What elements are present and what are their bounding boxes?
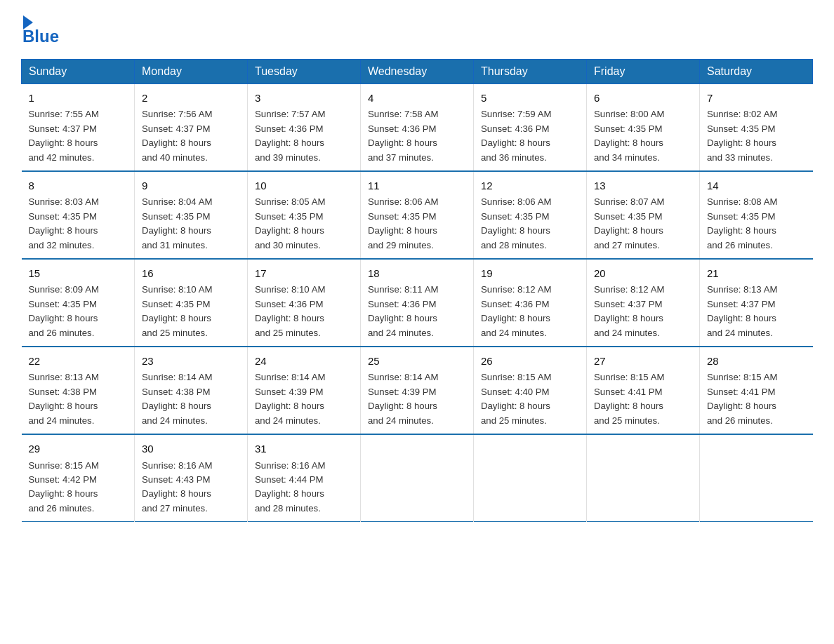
day-number: 2 [142, 90, 240, 106]
calendar-cell: 16Sunrise: 8:10 AM Sunset: 4:35 PM Dayli… [135, 259, 248, 347]
day-number: 11 [368, 177, 466, 194]
calendar-cell: 18Sunrise: 8:11 AM Sunset: 4:36 PM Dayli… [361, 259, 474, 347]
day-number: 18 [368, 265, 466, 281]
weekday-header: Friday [587, 60, 700, 84]
day-info: Sunrise: 7:57 AM Sunset: 4:36 PM Dayligh… [255, 107, 353, 165]
day-info: Sunrise: 8:00 AM Sunset: 4:35 PM Dayligh… [594, 107, 692, 165]
day-info: Sunrise: 8:07 AM Sunset: 4:35 PM Dayligh… [594, 195, 692, 253]
day-number: 6 [594, 90, 692, 106]
day-number: 28 [707, 353, 806, 369]
day-info: Sunrise: 8:15 AM Sunset: 4:41 PM Dayligh… [707, 370, 806, 428]
day-number: 7 [707, 90, 806, 106]
day-number: 16 [142, 265, 240, 281]
calendar-cell: 4Sunrise: 7:58 AM Sunset: 4:36 PM Daylig… [361, 84, 474, 172]
day-info: Sunrise: 8:05 AM Sunset: 4:35 PM Dayligh… [255, 195, 353, 253]
logo-bottom-text: Blue [22, 27, 59, 46]
calendar-cell: 30Sunrise: 8:16 AM Sunset: 4:43 PM Dayli… [135, 434, 248, 522]
day-number: 26 [481, 353, 579, 369]
day-info: Sunrise: 7:58 AM Sunset: 4:36 PM Dayligh… [368, 107, 466, 165]
day-number: 8 [29, 177, 128, 194]
day-number: 30 [142, 441, 240, 457]
calendar-week-row: 29Sunrise: 8:15 AM Sunset: 4:42 PM Dayli… [22, 434, 813, 522]
day-number: 19 [481, 265, 579, 281]
day-info: Sunrise: 8:13 AM Sunset: 4:37 PM Dayligh… [707, 283, 806, 340]
day-number: 20 [594, 265, 692, 281]
calendar-cell: 12Sunrise: 8:06 AM Sunset: 4:35 PM Dayli… [474, 171, 587, 259]
day-number: 14 [707, 177, 806, 194]
calendar-cell: 13Sunrise: 8:07 AM Sunset: 4:35 PM Dayli… [587, 171, 700, 259]
page-header: Blue [21, 14, 813, 46]
logo: Blue [21, 14, 59, 46]
calendar-cell: 28Sunrise: 8:15 AM Sunset: 4:41 PM Dayli… [700, 347, 813, 434]
day-number: 9 [142, 177, 240, 194]
day-info: Sunrise: 8:12 AM Sunset: 4:37 PM Dayligh… [594, 283, 692, 340]
calendar-cell: 5Sunrise: 7:59 AM Sunset: 4:36 PM Daylig… [474, 84, 587, 172]
day-info: Sunrise: 8:08 AM Sunset: 4:35 PM Dayligh… [707, 195, 806, 253]
day-number: 25 [368, 353, 466, 369]
day-info: Sunrise: 8:09 AM Sunset: 4:35 PM Dayligh… [29, 283, 128, 340]
calendar-cell: 2Sunrise: 7:56 AM Sunset: 4:37 PM Daylig… [135, 84, 248, 172]
day-number: 31 [255, 441, 353, 457]
calendar-cell: 7Sunrise: 8:02 AM Sunset: 4:35 PM Daylig… [700, 84, 813, 172]
weekday-header: Monday [135, 60, 248, 84]
day-number: 29 [29, 441, 128, 457]
day-info: Sunrise: 8:12 AM Sunset: 4:36 PM Dayligh… [481, 283, 579, 340]
day-number: 15 [29, 265, 128, 281]
day-number: 3 [255, 90, 353, 106]
calendar-cell: 17Sunrise: 8:10 AM Sunset: 4:36 PM Dayli… [248, 259, 361, 347]
calendar-cell [700, 434, 813, 522]
calendar-cell: 22Sunrise: 8:13 AM Sunset: 4:38 PM Dayli… [22, 347, 135, 434]
day-info: Sunrise: 8:04 AM Sunset: 4:35 PM Dayligh… [142, 195, 240, 253]
calendar-cell [474, 434, 587, 522]
calendar-cell: 26Sunrise: 8:15 AM Sunset: 4:40 PM Dayli… [474, 347, 587, 434]
calendar-cell: 8Sunrise: 8:03 AM Sunset: 4:35 PM Daylig… [22, 171, 135, 259]
calendar-cell: 21Sunrise: 8:13 AM Sunset: 4:37 PM Dayli… [700, 259, 813, 347]
calendar-cell: 15Sunrise: 8:09 AM Sunset: 4:35 PM Dayli… [22, 259, 135, 347]
calendar-cell: 3Sunrise: 7:57 AM Sunset: 4:36 PM Daylig… [248, 84, 361, 172]
calendar-cell: 27Sunrise: 8:15 AM Sunset: 4:41 PM Dayli… [587, 347, 700, 434]
calendar-cell: 11Sunrise: 8:06 AM Sunset: 4:35 PM Dayli… [361, 171, 474, 259]
day-number: 12 [481, 177, 579, 194]
weekday-header: Sunday [22, 60, 135, 84]
day-number: 13 [594, 177, 692, 194]
day-info: Sunrise: 8:15 AM Sunset: 4:42 PM Dayligh… [29, 459, 128, 516]
day-number: 27 [594, 353, 692, 369]
day-info: Sunrise: 7:55 AM Sunset: 4:37 PM Dayligh… [29, 107, 128, 165]
day-info: Sunrise: 8:10 AM Sunset: 4:35 PM Dayligh… [142, 283, 240, 340]
day-number: 24 [255, 353, 353, 369]
day-info: Sunrise: 8:16 AM Sunset: 4:43 PM Dayligh… [142, 459, 240, 516]
calendar-cell: 29Sunrise: 8:15 AM Sunset: 4:42 PM Dayli… [22, 434, 135, 522]
weekday-header: Wednesday [361, 60, 474, 84]
calendar-cell: 25Sunrise: 8:14 AM Sunset: 4:39 PM Dayli… [361, 347, 474, 434]
calendar-cell: 19Sunrise: 8:12 AM Sunset: 4:36 PM Dayli… [474, 259, 587, 347]
calendar-cell [361, 434, 474, 522]
calendar-table: SundayMondayTuesdayWednesdayThursdayFrid… [21, 59, 813, 522]
day-number: 5 [481, 90, 579, 106]
day-info: Sunrise: 8:06 AM Sunset: 4:35 PM Dayligh… [481, 195, 579, 253]
day-number: 21 [707, 265, 806, 281]
calendar-cell: 14Sunrise: 8:08 AM Sunset: 4:35 PM Dayli… [700, 171, 813, 259]
calendar-cell: 20Sunrise: 8:12 AM Sunset: 4:37 PM Dayli… [587, 259, 700, 347]
weekday-header: Thursday [474, 60, 587, 84]
day-number: 22 [29, 353, 128, 369]
day-info: Sunrise: 8:10 AM Sunset: 4:36 PM Dayligh… [255, 283, 353, 340]
day-info: Sunrise: 8:16 AM Sunset: 4:44 PM Dayligh… [255, 459, 353, 516]
day-info: Sunrise: 8:14 AM Sunset: 4:39 PM Dayligh… [368, 370, 466, 428]
calendar-week-row: 15Sunrise: 8:09 AM Sunset: 4:35 PM Dayli… [22, 259, 813, 347]
calendar-week-row: 8Sunrise: 8:03 AM Sunset: 4:35 PM Daylig… [22, 171, 813, 259]
day-info: Sunrise: 8:14 AM Sunset: 4:39 PM Dayligh… [255, 370, 353, 428]
day-number: 17 [255, 265, 353, 281]
day-info: Sunrise: 7:56 AM Sunset: 4:37 PM Dayligh… [142, 107, 240, 165]
day-number: 4 [368, 90, 466, 106]
calendar-cell: 6Sunrise: 8:00 AM Sunset: 4:35 PM Daylig… [587, 84, 700, 172]
day-info: Sunrise: 8:03 AM Sunset: 4:35 PM Dayligh… [29, 195, 128, 253]
calendar-cell: 9Sunrise: 8:04 AM Sunset: 4:35 PM Daylig… [135, 171, 248, 259]
calendar-cell: 24Sunrise: 8:14 AM Sunset: 4:39 PM Dayli… [248, 347, 361, 434]
calendar-cell: 23Sunrise: 8:14 AM Sunset: 4:38 PM Dayli… [135, 347, 248, 434]
day-info: Sunrise: 8:14 AM Sunset: 4:38 PM Dayligh… [142, 370, 240, 428]
calendar-week-row: 1Sunrise: 7:55 AM Sunset: 4:37 PM Daylig… [22, 84, 813, 172]
day-info: Sunrise: 8:13 AM Sunset: 4:38 PM Dayligh… [29, 370, 128, 428]
weekday-header: Tuesday [248, 60, 361, 84]
day-number: 10 [255, 177, 353, 194]
calendar-header-row: SundayMondayTuesdayWednesdayThursdayFrid… [22, 60, 813, 84]
